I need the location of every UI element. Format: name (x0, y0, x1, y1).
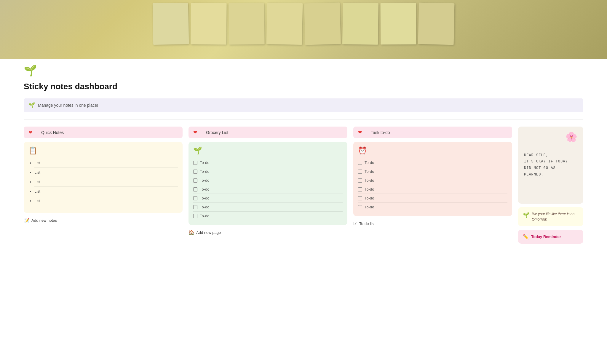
checkbox[interactable] (358, 205, 362, 209)
quick-notes-list: List List List List List (28, 158, 178, 205)
hero-banner (0, 0, 607, 59)
grocery-list-column: ❤ — Grocery List 🌱 To-do To-do To-do To-… (189, 127, 347, 237)
checkbox[interactable] (193, 178, 197, 183)
right-column: 🌸 DEAR SELF, IT'S OKAY IF TODAY DID NOT … (518, 127, 583, 244)
list-item: List (34, 177, 178, 187)
list-item: List (34, 168, 178, 177)
todo-item: To-do (358, 194, 507, 203)
add-new-notes-button[interactable]: 📝 Add new notes (24, 216, 183, 224)
quote-text: live your life like there is no tomorrow… (532, 211, 579, 222)
task-todo-card: ⏰ To-do To-do To-do To-do To-do To-do (353, 142, 512, 216)
todo-list-button[interactable]: ☑ To-do list (353, 220, 512, 228)
logo-area: 🌱 (0, 59, 607, 77)
todo-item: To-do (193, 212, 343, 220)
add-page-label: Add new page (196, 230, 221, 235)
checkbox[interactable] (193, 196, 197, 200)
todo-item: To-do (358, 185, 507, 194)
quick-notes-header: ❤ — Quick Notes (24, 127, 183, 138)
add-new-page-button[interactable]: 🏠 Add new page (189, 229, 347, 237)
hero-note (266, 3, 303, 45)
checkbox[interactable] (193, 187, 197, 191)
reminder-card[interactable]: ✏️ Today Reminder (518, 230, 583, 244)
home-icon: 🏠 (189, 230, 194, 235)
list-item: List (34, 158, 178, 168)
todo-item: To-do (193, 203, 343, 212)
checkbox[interactable] (358, 187, 362, 191)
hero-note (304, 2, 341, 45)
todo-item: To-do (358, 176, 507, 185)
checkbox[interactable] (193, 214, 197, 218)
dash: — (199, 130, 204, 135)
quote-card: 🌱 live your life like there is no tomorr… (518, 207, 583, 226)
checkbox[interactable] (193, 205, 197, 209)
grocery-list-card: 🌱 To-do To-do To-do To-do To-do To-do To… (189, 142, 347, 225)
list-item: List (34, 196, 178, 205)
quick-notes-label: Quick Notes (41, 130, 64, 135)
list-item: List (34, 187, 178, 196)
checkbox[interactable] (358, 196, 362, 200)
todo-list-label: To-do list (359, 221, 375, 226)
grocery-list-label: Grocery List (206, 130, 228, 135)
dash: — (364, 130, 368, 135)
banner-icon: 🌱 (28, 102, 35, 108)
info-banner: 🌱 Manage your notes in one place! (24, 98, 583, 112)
todo-item: To-do (358, 158, 507, 167)
quick-notes-card: 📋 List List List List List (24, 142, 183, 213)
add-notes-label: Add new notes (31, 218, 57, 223)
hero-note (418, 3, 455, 45)
quote-sprout-icon: 🌱 (523, 212, 529, 218)
heart-icon: ❤ (28, 130, 32, 135)
pencil-icon: ✏️ (523, 234, 529, 240)
quick-notes-column: ❤ — Quick Notes 📋 List List List List Li… (24, 127, 183, 224)
pencil-icon: 📝 (24, 218, 30, 223)
todo-item: To-do (193, 194, 343, 203)
banner-text: Manage your notes in one place! (38, 103, 98, 108)
todo-item: To-do (193, 185, 343, 194)
reminder-text: Today Reminder (531, 234, 561, 239)
checkbox[interactable] (358, 170, 362, 174)
task-todo-column: ❤ — Task to-do ⏰ To-do To-do To-do To-do… (353, 127, 512, 228)
todo-item: To-do (193, 167, 343, 176)
flower-icon: 🌸 (566, 131, 577, 143)
grocery-todo-list: To-do To-do To-do To-do To-do To-do To-d… (193, 158, 343, 220)
check-icon: ☑ (353, 221, 357, 226)
todo-item: To-do (358, 203, 507, 211)
todo-item: To-do (193, 176, 343, 185)
sprout-icon: 🌱 (24, 65, 583, 76)
clipboard-icon: 📋 (28, 146, 178, 155)
checkbox[interactable] (193, 161, 197, 165)
task-todo-label: Task to-do (371, 130, 390, 135)
grocery-list-header: ❤ — Grocery List (189, 127, 347, 138)
hero-note (342, 3, 378, 45)
hero-note (153, 3, 189, 45)
alarm-icon: ⏰ (358, 146, 507, 155)
task-todo-list: To-do To-do To-do To-do To-do To-do (358, 158, 507, 211)
dash: — (35, 130, 39, 135)
todo-item: To-do (193, 158, 343, 167)
hero-note (381, 3, 416, 45)
divider (24, 119, 583, 119)
checkbox[interactable] (358, 161, 362, 165)
hero-note (191, 3, 226, 44)
checkbox[interactable] (358, 178, 362, 183)
sprout-icon: 🌱 (193, 146, 343, 155)
heart-icon: ❤ (193, 130, 197, 135)
checkbox[interactable] (193, 170, 197, 174)
cards-container: ❤ — Quick Notes 📋 List List List List Li… (0, 127, 607, 244)
heart-icon: ❤ (358, 130, 362, 135)
dear-self-card: 🌸 DEAR SELF, IT'S OKAY IF TODAY DID NOT … (518, 127, 583, 204)
hero-sticky-notes (0, 0, 607, 47)
task-todo-header: ❤ — Task to-do (353, 127, 512, 138)
page-title: Sticky notes dashboard (24, 82, 583, 91)
hero-note (229, 3, 264, 44)
dear-self-text: DEAR SELF, IT'S OKAY IF TODAY DID NOT GO… (524, 152, 577, 178)
todo-item: To-do (358, 167, 507, 176)
